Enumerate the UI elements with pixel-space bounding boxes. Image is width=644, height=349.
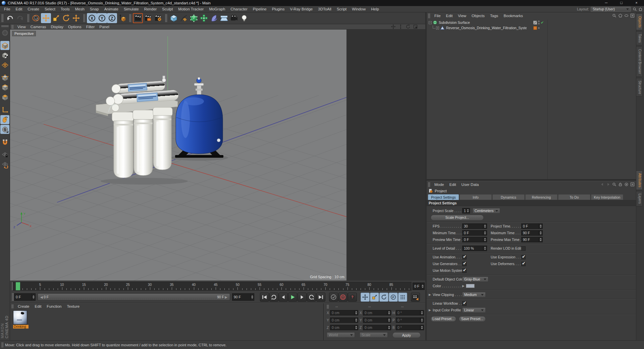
menu-mesh[interactable]: Mesh: [72, 7, 87, 11]
eye-filter-icon[interactable]: [624, 13, 629, 18]
object-manager-menu-edit[interactable]: Edit: [443, 14, 455, 18]
menu-file[interactable]: File: [1, 7, 13, 11]
expander-toggle[interactable]: −: [429, 21, 432, 24]
light-icon[interactable]: [239, 13, 249, 23]
button-load-preset[interactable]: Load Preset...: [431, 316, 456, 322]
menu-v-ray-bridge[interactable]: V-Ray Bridge: [287, 7, 315, 11]
viewport-menu-handle[interactable]: [11, 25, 14, 29]
magnet-snap-icon[interactable]: [0, 138, 9, 147]
play-loop-icon[interactable]: [307, 293, 316, 302]
lock-icon[interactable]: [618, 182, 623, 187]
coord-dropdown-scale[interactable]: Scale: [360, 332, 388, 338]
tab-key-interpolation[interactable]: Key Interpolation: [591, 194, 623, 200]
layer-tag[interactable]: [533, 21, 537, 24]
apply-button[interactable]: Apply: [392, 332, 421, 338]
search-icon[interactable]: [612, 13, 616, 18]
side-tab-structure[interactable]: Structure: [636, 78, 643, 97]
goto-start-icon[interactable]: [260, 293, 269, 302]
side-tab-layers[interactable]: Layers: [636, 191, 643, 206]
field-preview-max-time[interactable]: 90 F: [521, 237, 543, 242]
lock-x-icon[interactable]: X: [87, 13, 97, 23]
rotate-view-icon[interactable]: [406, 24, 411, 29]
dropdown-medium[interactable]: Medium: [462, 292, 486, 297]
field-maximum-time[interactable]: 90 F: [521, 230, 543, 236]
key-position-icon[interactable]: [361, 293, 370, 302]
toolbar-handle[interactable]: [129, 14, 131, 22]
texture-mode-icon[interactable]: [0, 51, 9, 60]
menu-render[interactable]: Render: [142, 7, 160, 11]
viewport-menu-cameras[interactable]: Cameras: [28, 25, 49, 29]
polygons-mode-icon[interactable]: [0, 93, 9, 102]
coord-dropdown-world[interactable]: World: [327, 332, 355, 338]
field-project-scale[interactable]: 1: [462, 208, 470, 213]
toolbar-handle[interactable]: [27, 14, 30, 22]
tab-dynamics[interactable]: Dynamics: [492, 194, 525, 200]
side-tab-attributes[interactable]: Attributes: [636, 170, 643, 190]
scale-icon[interactable]: [51, 13, 61, 23]
snap-mode-icon[interactable]: S: [0, 125, 9, 134]
points-mode-icon[interactable]: [0, 73, 9, 82]
key-parameter-icon[interactable]: P: [389, 293, 398, 302]
toolbar-handle[interactable]: [1, 14, 4, 22]
object-manager-menu-tags[interactable]: Tags: [487, 14, 501, 18]
play-backwards-icon[interactable]: [269, 293, 278, 302]
environment-icon[interactable]: [219, 13, 229, 23]
menu-tools[interactable]: Tools: [58, 7, 72, 11]
render-view-icon[interactable]: [133, 13, 143, 23]
checkbox-render-lod-in-editor[interactable]: [521, 246, 526, 251]
expander-toggle[interactable]: +: [436, 27, 439, 30]
checkbox-use-animation[interactable]: [462, 255, 467, 259]
edges-mode-icon[interactable]: [0, 83, 9, 92]
button-save-preset[interactable]: Save Preset...: [459, 316, 486, 322]
palette-handle[interactable]: [1, 25, 9, 27]
forward-icon[interactable]: [606, 182, 610, 187]
autokey-icon[interactable]: [338, 293, 347, 302]
back-icon[interactable]: [600, 182, 604, 187]
menu-snap[interactable]: Snap: [87, 7, 102, 11]
key-pla-icon[interactable]: [398, 293, 407, 302]
axis-mode-icon[interactable]: [0, 105, 9, 114]
cube-primitive-icon[interactable]: [169, 13, 179, 23]
render-region-icon[interactable]: [143, 13, 153, 23]
phong-tag[interactable]: [533, 26, 537, 30]
home-icon[interactable]: [638, 7, 643, 11]
tab-to-do[interactable]: To Do: [558, 194, 590, 200]
object-row[interactable]: −Subdivision Surface✔: [427, 20, 636, 25]
lock-workplane-icon[interactable]: [0, 150, 9, 159]
visibility-dot[interactable]: [538, 27, 540, 29]
dropdown-linear[interactable]: Linear: [462, 307, 486, 313]
checkbox-use-expression[interactable]: [521, 255, 526, 259]
undo-icon[interactable]: [5, 13, 15, 23]
previous-frame-icon[interactable]: [279, 293, 288, 302]
add-icon[interactable]: [630, 13, 635, 18]
attribute-menu-edit[interactable]: Edit: [447, 183, 459, 187]
help-icon[interactable]: ?: [348, 293, 357, 302]
menu-select[interactable]: Select: [42, 7, 58, 11]
viewport-canvas[interactable]: Y X Z Perspective Grid Spacing : 10 cm: [10, 30, 346, 281]
deformer-icon[interactable]: [209, 13, 219, 23]
coord-field-x-1[interactable]: 0 cm: [363, 310, 391, 315]
timeline-ruler[interactable]: 051015202530354045505560657075808590: [13, 282, 412, 291]
timeline-scrubber[interactable]: ◀ 0 F 90 F ▶: [38, 293, 230, 301]
transport-handle[interactable]: [12, 293, 14, 301]
side-tab-content-browser[interactable]: Content Browser: [636, 46, 643, 77]
material-item[interactable]: Drinking: [13, 310, 29, 329]
coord-field-b-2[interactable]: 0 °: [396, 325, 424, 330]
end-frame-spinner[interactable]: 90 F: [232, 293, 254, 301]
menu-edit[interactable]: Edit: [13, 7, 25, 11]
material-preview-sphere[interactable]: [13, 310, 27, 325]
material-menu-create[interactable]: Create: [15, 304, 32, 309]
panel-divider[interactable]: [323, 303, 324, 341]
object-manager-menu-file[interactable]: File: [432, 14, 443, 18]
search-icon[interactable]: [612, 182, 616, 187]
menu-help[interactable]: Help: [368, 7, 382, 11]
status-bar-handle[interactable]: [1, 342, 4, 348]
field-level-of-detail[interactable]: 100 %: [462, 246, 487, 251]
viewport-menu-options[interactable]: Options: [66, 25, 84, 29]
object-manager-menu-bookmarks[interactable]: Bookmarks: [501, 14, 526, 18]
layout-dropdown[interactable]: Startup (User): [591, 7, 631, 12]
start-frame-spinner[interactable]: 0 F: [14, 293, 36, 301]
rotate-icon[interactable]: [61, 13, 71, 23]
workplane-mode-icon[interactable]: [0, 60, 9, 69]
object-manager-handle[interactable]: [428, 13, 430, 18]
